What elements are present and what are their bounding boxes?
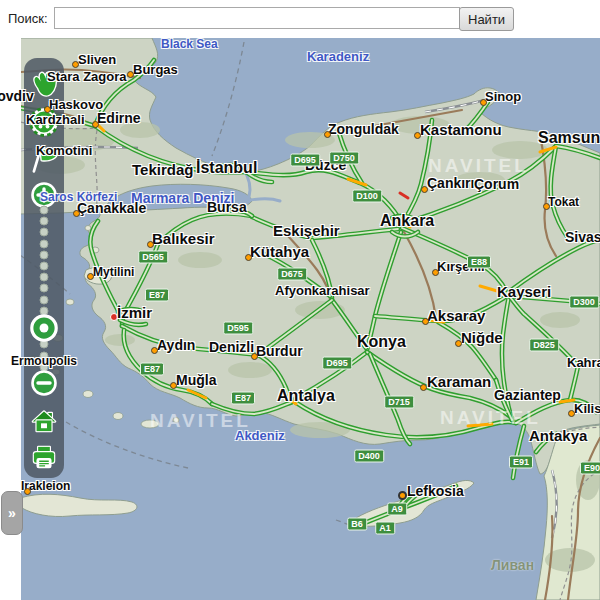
- sidebar-expand-tab[interactable]: »: [1, 491, 23, 535]
- zoom-slider-track-dot: [40, 206, 49, 215]
- zoom-slider-track-dot: [40, 351, 49, 360]
- zoom-slider-track-dot: [40, 273, 49, 282]
- car-gear-icon: [27, 105, 61, 143]
- zoom-slider-track-dot: [40, 262, 49, 271]
- slider-handle-icon: [27, 311, 61, 349]
- zoom-slider-track-dot: [40, 250, 49, 259]
- search-label: Поиск:: [8, 11, 48, 26]
- map-toolbar: [24, 58, 64, 478]
- double-chevron-icon: »: [8, 505, 16, 521]
- svg-text:NAVITEL: NAVITEL: [150, 410, 251, 431]
- zoom-slider-track-dot: [40, 239, 49, 248]
- zoom-slider[interactable]: [38, 210, 50, 378]
- zoom-slider-handle[interactable]: [25, 311, 63, 349]
- printer-icon: [27, 440, 61, 478]
- search-input[interactable]: [54, 7, 460, 29]
- home-icon: [27, 404, 61, 442]
- page: Поиск: Найти NAVITELNAVITELNAVITEL Black…: [0, 0, 600, 600]
- search-bar: Поиск: Найти: [0, 0, 600, 38]
- flag-tool-button[interactable]: [25, 142, 63, 180]
- map-canvas[interactable]: NAVITELNAVITELNAVITEL: [21, 38, 600, 600]
- home-button[interactable]: [25, 404, 63, 442]
- pan-tool-button[interactable]: [25, 67, 63, 105]
- routes-tool-button[interactable]: [25, 105, 63, 143]
- svg-text:NAVITEL: NAVITEL: [440, 407, 541, 428]
- zoom-slider-track-dot: [40, 284, 49, 293]
- zoom-slider-track-dot: [40, 228, 49, 237]
- flag-icon: [26, 141, 62, 181]
- map-graphics: NAVITELNAVITELNAVITEL: [21, 38, 600, 600]
- minus-icon: [28, 367, 60, 403]
- search-button[interactable]: Найти: [459, 7, 514, 31]
- hand-icon: [26, 66, 62, 106]
- zoom-slider-track-dot: [40, 217, 49, 226]
- svg-text:NAVITEL: NAVITEL: [428, 155, 529, 176]
- zoom-slider-track-dot: [40, 295, 49, 304]
- print-button[interactable]: [25, 440, 63, 478]
- zoom-out-button[interactable]: [25, 366, 63, 404]
